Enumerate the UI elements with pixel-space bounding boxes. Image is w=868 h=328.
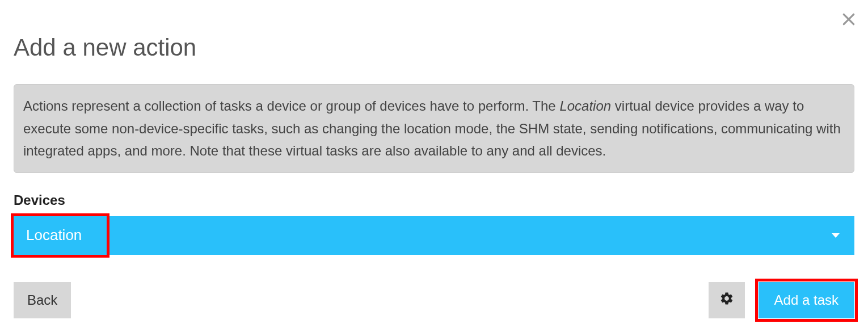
info-description: Actions represent a collection of tasks …	[14, 84, 854, 173]
add-task-button[interactable]: Add a task	[759, 282, 854, 318]
close-icon	[841, 12, 856, 29]
devices-select[interactable]: Location	[14, 216, 854, 255]
settings-button[interactable]	[709, 282, 745, 318]
devices-label: Devices	[14, 192, 854, 208]
close-button[interactable]	[840, 11, 858, 30]
info-text-before: Actions represent a collection of tasks …	[23, 98, 559, 113]
devices-select-value: Location	[26, 226, 82, 244]
info-text-emphasis: Location	[559, 98, 611, 113]
page-title: Add a new action	[14, 34, 854, 61]
chevron-down-icon	[832, 233, 840, 238]
back-button[interactable]: Back	[14, 282, 71, 318]
gear-icon	[719, 291, 734, 309]
svg-marker-2	[832, 233, 840, 238]
